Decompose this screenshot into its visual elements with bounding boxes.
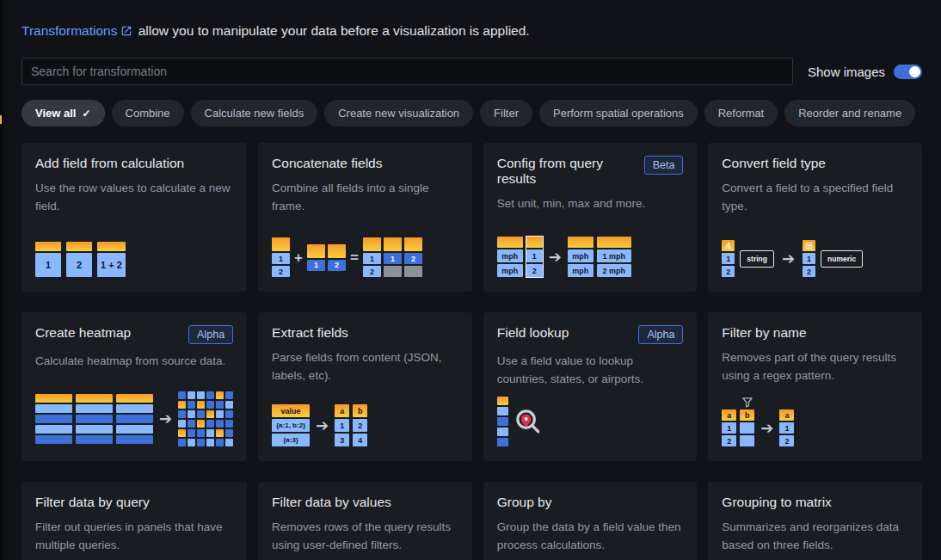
ill-header: a	[779, 409, 794, 421]
operator-equals: =	[348, 250, 360, 265]
heatmap-cell	[216, 410, 224, 418]
card-add-field-from-calculation[interactable]: Add field from calculationUse the row va…	[22, 143, 247, 292]
ill-header: b	[740, 409, 754, 421]
card-head: Filter data by query	[35, 495, 233, 510]
ill-column	[35, 394, 72, 444]
ill-column: a12	[722, 409, 736, 446]
ill-column: 1 mph2 mph	[597, 237, 631, 277]
type-label-string: string	[740, 250, 774, 268]
heatmap-cell	[197, 391, 205, 399]
ill-column: b	[740, 409, 754, 446]
ill-cell: 1	[384, 253, 402, 264]
filter-pill-reformat[interactable]: Reformat	[704, 100, 778, 126]
heatmap-cell	[197, 439, 205, 446]
card-title: Add field from calculation	[35, 156, 184, 171]
filter-pill-perform-spatial-operations[interactable]: Perform spatial operations	[539, 100, 698, 126]
card-config-from-query-results[interactable]: Config from query resultsBetaSet unit, m…	[483, 143, 698, 292]
ill-header	[597, 237, 631, 248]
ill-cell: {a:3}	[272, 434, 310, 446]
filter-pill-calculate-new-fields[interactable]: Calculate new fields	[191, 100, 318, 126]
card-field-lookup[interactable]: Field lookupAlphaUse a field value to lo…	[483, 312, 698, 461]
card-head: Concatenate fields	[272, 156, 458, 171]
ill-header	[307, 244, 325, 258]
ill-column: 12	[363, 237, 381, 277]
ill-column: 1	[384, 237, 402, 277]
heatmap-cell	[178, 420, 186, 428]
card-grouping-to-matrix[interactable]: Grouping to matrixSummarizes and reorgan…	[708, 482, 922, 560]
ill-header	[384, 237, 402, 251]
operator-plus: +	[292, 250, 304, 265]
ill-header: value	[272, 404, 310, 417]
ill-cell	[76, 404, 113, 413]
transformations-link[interactable]: Transformations	[22, 23, 134, 38]
card-title: Field lookup	[497, 325, 569, 341]
card-description: Use a field value to lookup countries, s…	[497, 352, 684, 388]
ill-column: 12	[272, 237, 290, 277]
ill-cell: 1	[307, 260, 325, 271]
card-title: Config from query results	[497, 156, 637, 187]
card-convert-field-type[interactable]: Convert field typeConvert a field to a s…	[708, 143, 922, 292]
ill-column: ⊞12	[803, 240, 815, 277]
heatmap-cell	[178, 429, 186, 437]
ill-cell	[76, 415, 113, 423]
ill-cell	[116, 425, 153, 434]
ill-cell	[76, 435, 113, 444]
card-filter-by-name[interactable]: Filter by nameRemoves part of the query …	[708, 312, 922, 461]
ill-header	[272, 237, 290, 251]
filter-pill-reorder-and-rename[interactable]: Reorder and rename	[784, 100, 915, 126]
filter-pills: View all✓CombineCalculate new fieldsCrea…	[22, 100, 922, 126]
heatmap-cell	[197, 429, 205, 437]
ill-header	[328, 244, 346, 258]
ill-cell: 1	[35, 253, 61, 277]
arrow-icon: ➔	[758, 421, 776, 436]
filter-pill-filter[interactable]: Filter	[480, 100, 532, 126]
heatmap-cell	[188, 439, 195, 446]
filter-pill-label: View all	[35, 107, 76, 120]
filter-pill-label: Create new visualization	[338, 107, 459, 120]
ill-cell	[116, 415, 153, 423]
card-create-heatmap[interactable]: Create heatmapAlphaCalculate heatmap fro…	[22, 312, 247, 461]
search-input[interactable]	[22, 58, 793, 85]
ill-column: 2	[328, 244, 346, 271]
heatmap-cell	[197, 410, 205, 418]
heatmap-cell	[216, 429, 224, 437]
ill-cell: mph	[497, 249, 523, 262]
heatmap-cell	[225, 420, 233, 428]
heatmap-cell	[188, 391, 195, 399]
filter-pill-create-new-visualization[interactable]: Create new visualization	[324, 100, 473, 126]
card-concatenate-fields[interactable]: Concatenate fieldsCombine all fields int…	[258, 143, 472, 292]
ill-header	[35, 242, 61, 251]
show-images-toggle[interactable]	[894, 65, 922, 79]
ill-cell: 4	[353, 434, 367, 446]
heatmap-cell	[178, 439, 186, 446]
ill-header	[404, 237, 422, 251]
card-title: Filter data by values	[272, 495, 391, 510]
card-filter-data-by-values[interactable]: Filter data by valuesRemoves rows of the…	[258, 482, 472, 560]
card-extract-fields[interactable]: Extract fieldsParse fields from content …	[258, 312, 472, 461]
ill-column	[116, 394, 153, 444]
card-illustration	[497, 397, 684, 448]
heatmap-cell	[206, 420, 214, 428]
heatmap-cell	[216, 439, 224, 446]
ill-cell: 1	[722, 422, 736, 434]
badge-alpha: Alpha	[638, 325, 683, 344]
heatmap-cell	[178, 401, 186, 409]
ill-cell	[497, 407, 508, 415]
heatmap-cell	[188, 420, 195, 428]
arrow-icon: ➔	[157, 411, 175, 427]
filter-pill-combine[interactable]: Combine	[112, 100, 184, 126]
card-group-by[interactable]: Group byGroup the data by a field value …	[483, 482, 698, 560]
heatmap-cell	[178, 391, 186, 399]
card-head: Convert field type	[722, 156, 908, 171]
filter-pill-label: Reorder and rename	[798, 107, 901, 120]
ill-cell: 2	[363, 266, 381, 277]
card-filter-data-by-query[interactable]: Filter data by queryFilter out queries i…	[22, 482, 247, 560]
ill-header	[497, 397, 508, 405]
ill-column: a12	[779, 409, 794, 446]
ill-cell: 2	[272, 266, 290, 277]
ill-cell: 1	[779, 422, 794, 434]
ill-cell: 2	[526, 264, 543, 277]
heatmap-cell	[225, 391, 233, 399]
card-head: Filter by name	[722, 325, 908, 341]
filter-pill-view-all[interactable]: View all✓	[22, 100, 105, 126]
